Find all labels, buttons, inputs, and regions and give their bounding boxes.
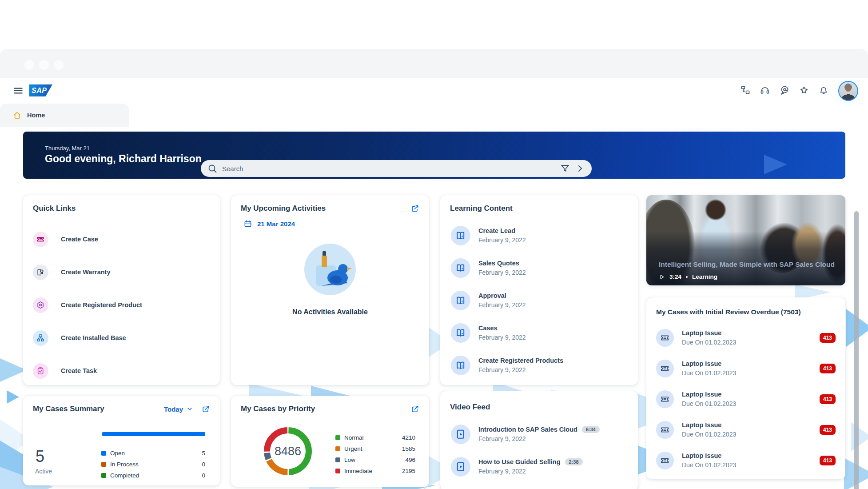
decor-triangle [7,390,19,404]
bar-segment-open [102,432,205,436]
video-feed-item[interactable]: Introduction to SAP Sales Cloud6:34 Febr… [451,418,628,450]
period-filter-dropdown[interactable]: Today [164,405,193,413]
card-title: My Upcoming Activities [241,204,326,213]
open-external-icon[interactable] [201,405,210,413]
activities-date-link[interactable]: 21 Mar 2024 [231,213,429,228]
case-count-badge: 413 [820,394,836,404]
filter-icon[interactable] [560,163,570,174]
dot-separator [686,276,688,278]
org-chart-icon[interactable] [740,85,751,96]
window-control[interactable] [24,60,34,70]
upcoming-activities-card: My Upcoming Activities 21 Mar 2024 [231,195,429,385]
legend-row: Immediate2195 [335,465,415,477]
learning-item[interactable]: Create Lead February 9, 2022 [451,219,628,252]
window-titlebar [0,49,868,78]
notifications-bell-icon[interactable] [818,85,829,96]
learning-list: Create Lead February 9, 2022 Sales Quote… [440,213,638,381]
quick-link-item[interactable]: Create Registered Product [33,289,220,321]
banner-decor-triangle [764,155,787,174]
legend-row: Completed0 [101,470,205,481]
open-external-icon[interactable] [410,204,419,213]
card-title: My Cases Summary [33,405,104,413]
video-feed-item[interactable]: How to Use Guided Selling2:38 February 9… [451,450,628,483]
card-title: Quick Links [33,204,76,213]
cases-summary-bar [102,432,205,436]
featured-video-card[interactable]: Intelligent Selling, Made Simple with SA… [646,195,845,285]
legend-row: Low496 [335,454,415,465]
search-bar [201,160,592,177]
decor-triangle [851,422,868,451]
vertical-scrollbar-thumb[interactable] [854,211,859,489]
overdue-case-item[interactable]: Laptop Issue Due On 01.02.2023 413 [656,414,836,445]
decor-triangle [0,353,27,387]
overdue-list: Laptop Issue Due On 01.02.2023 413 Lapto… [646,316,845,476]
cases-priority-card: My Cases by Priority 8486 Normal4210Urge… [231,396,429,487]
priority-legend: Normal4210Urgent1585Low496Immediate2195 [335,432,415,477]
user-avatar[interactable] [838,81,858,101]
priority-donut-chart: 8486 [260,424,315,479]
legend-row: Normal4210 [335,432,415,443]
legend-row: Open5 [101,448,205,459]
search-expand-chevron-icon[interactable] [575,163,585,174]
window-control[interactable] [54,60,64,70]
open-external-icon[interactable] [410,405,419,413]
window-control[interactable] [39,60,49,70]
quick-links-card: Quick Links Create Case Create Warranty … [23,195,220,385]
duration-badge: 6:34 [582,426,600,433]
calendar-icon [243,219,252,228]
no-activities-illustration: No Activities Available [231,242,429,316]
video-meta: 3:24 Learning [659,273,717,280]
tab-strip: Home [0,104,868,127]
shell-actions [740,85,829,96]
learning-item[interactable]: Approval February 9, 2022 [451,284,628,317]
video-title: Intelligent Selling, Made Simple with SA… [659,261,836,269]
learning-item[interactable]: Cases February 9, 2022 [451,317,628,349]
cases-summary-legend: Open5In Process0Completed0 [101,448,205,481]
quick-link-item[interactable]: Create Task [33,354,220,387]
chevron-down-icon [186,405,193,413]
overdue-case-item[interactable]: Laptop Issue Due On 01.02.2023 413 [656,353,836,384]
feedback-icon[interactable] [779,85,790,96]
quick-link-item[interactable]: Create Warranty [33,256,220,289]
banner-date: Thursday, Mar 21 [45,145,90,152]
overdue-case-item[interactable]: Laptop Issue Due On 01.02.2023 413 [656,322,836,353]
video-overlay [646,195,845,285]
shell-header: SAP [0,78,868,104]
donut-total: 8486 [260,424,315,479]
duration-badge: 2:38 [565,458,583,465]
sap-logo[interactable]: SAP [29,84,52,96]
play-icon [659,274,665,280]
favorites-star-icon[interactable] [799,85,809,96]
active-cases-label: Active [35,468,52,475]
video-feed-list: Introduction to SAP Sales Cloud6:34 Febr… [440,412,638,483]
sap-sales-cloud-home: SAP [0,0,868,489]
active-cases-count: 5 [36,447,44,466]
search-icon [207,163,218,174]
headset-icon[interactable] [760,85,770,96]
empty-state-text: No Activities Available [292,308,368,316]
legend-row: In Process0 [101,459,205,470]
cases-summary-card: My Cases Summary Today 5 Active Open5In … [23,396,220,485]
quick-links-list: Create Case Create Warranty Create Regis… [23,213,220,387]
search-input[interactable] [222,165,555,172]
overdue-case-item[interactable]: Laptop Issue Due On 01.02.2023 413 [656,384,836,414]
video-category: Learning [692,273,717,280]
learning-item[interactable]: Sales Quotes February 9, 2022 [451,252,628,284]
learning-content-card: Learning Content Create Lead February 9,… [440,195,638,385]
banner-greeting: Good evening, Richard Harrison [45,153,202,165]
case-count-badge: 413 [820,456,836,465]
tab-home[interactable]: Home [0,104,129,127]
overdue-case-item[interactable]: Laptop Issue Due On 01.02.2023 413 [656,445,836,476]
card-title: Video Feed [450,403,490,412]
case-count-badge: 413 [820,425,836,435]
video-feed-card: Video Feed Introduction to SAP Sales Clo… [440,391,638,489]
quick-link-item[interactable]: Create Installed Base [33,321,220,354]
overdue-cases-card: My Cases with Initial Review Overdue (75… [646,297,845,479]
card-title: My Cases by Priority [241,405,315,413]
learning-item[interactable]: Create Registered Products February 9, 2… [451,349,628,381]
home-icon [12,111,22,120]
menu-icon[interactable] [12,85,24,96]
quick-link-item[interactable]: Create Case [33,223,220,256]
tab-home-label: Home [27,112,45,119]
legend-row: Urgent1585 [335,443,415,454]
